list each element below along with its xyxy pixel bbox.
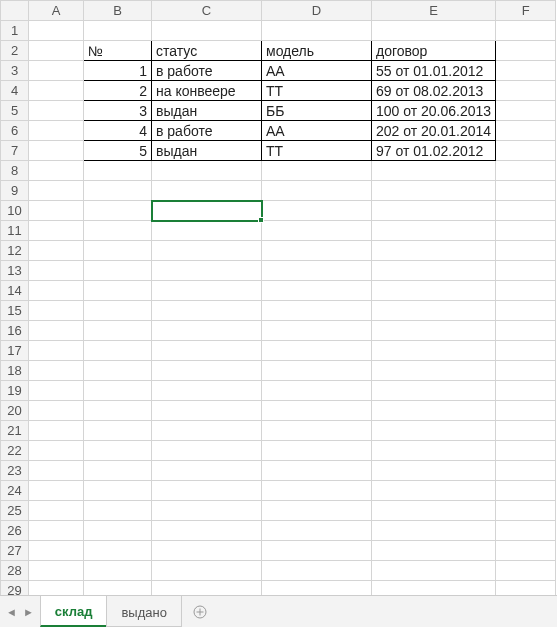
cell-B20[interactable]	[84, 401, 152, 421]
col-header-B[interactable]: B	[84, 1, 152, 21]
cell-C22[interactable]	[152, 441, 262, 461]
cell-C4[interactable]: на конвеере	[152, 81, 262, 101]
row-header-23[interactable]: 23	[1, 461, 29, 481]
cell-A9[interactable]	[29, 181, 84, 201]
cell-B23[interactable]	[84, 461, 152, 481]
cell-F6[interactable]	[496, 121, 556, 141]
cell-C15[interactable]	[152, 301, 262, 321]
cell-A8[interactable]	[29, 161, 84, 181]
cell-F1[interactable]	[496, 21, 556, 41]
cell-F12[interactable]	[496, 241, 556, 261]
row-header-13[interactable]: 13	[1, 261, 29, 281]
cell-F14[interactable]	[496, 281, 556, 301]
cell-D1[interactable]	[262, 21, 372, 41]
row-header-9[interactable]: 9	[1, 181, 29, 201]
sheet-tab-склад[interactable]: склад	[40, 596, 108, 627]
cell-F17[interactable]	[496, 341, 556, 361]
cell-B15[interactable]	[84, 301, 152, 321]
cell-A29[interactable]	[29, 581, 84, 596]
cell-C21[interactable]	[152, 421, 262, 441]
sheet-tab-выдано[interactable]: выдано	[106, 596, 181, 627]
cell-A4[interactable]	[29, 81, 84, 101]
cell-C14[interactable]	[152, 281, 262, 301]
cell-A14[interactable]	[29, 281, 84, 301]
cell-D21[interactable]	[262, 421, 372, 441]
row-header-11[interactable]: 11	[1, 221, 29, 241]
row-header-26[interactable]: 26	[1, 521, 29, 541]
cell-C16[interactable]	[152, 321, 262, 341]
cell-D2[interactable]: модель	[262, 41, 372, 61]
cell-E12[interactable]	[372, 241, 496, 261]
cell-B26[interactable]	[84, 521, 152, 541]
cell-A10[interactable]	[29, 201, 84, 221]
row-header-17[interactable]: 17	[1, 341, 29, 361]
col-header-E[interactable]: E	[372, 1, 496, 21]
cell-C26[interactable]	[152, 521, 262, 541]
cell-B24[interactable]	[84, 481, 152, 501]
cell-A17[interactable]	[29, 341, 84, 361]
cell-A16[interactable]	[29, 321, 84, 341]
cell-E6[interactable]: 202 от 20.01.2014	[372, 121, 496, 141]
cell-E4[interactable]: 69 от 08.02.2013	[372, 81, 496, 101]
cell-F28[interactable]	[496, 561, 556, 581]
cell-C12[interactable]	[152, 241, 262, 261]
cell-A20[interactable]	[29, 401, 84, 421]
cell-D7[interactable]: ТТ	[262, 141, 372, 161]
row-header-22[interactable]: 22	[1, 441, 29, 461]
row-header-29[interactable]: 29	[1, 581, 29, 596]
cell-E24[interactable]	[372, 481, 496, 501]
cell-A3[interactable]	[29, 61, 84, 81]
cell-F3[interactable]	[496, 61, 556, 81]
cell-D9[interactable]	[262, 181, 372, 201]
cell-D15[interactable]	[262, 301, 372, 321]
cell-E25[interactable]	[372, 501, 496, 521]
cell-F7[interactable]	[496, 141, 556, 161]
col-header-F[interactable]: F	[496, 1, 556, 21]
cell-C11[interactable]	[152, 221, 262, 241]
cell-B10[interactable]	[84, 201, 152, 221]
cell-B7[interactable]: 5	[84, 141, 152, 161]
tab-nav-prev-icon[interactable]: ◄	[6, 606, 17, 618]
cell-D17[interactable]	[262, 341, 372, 361]
cell-D5[interactable]: ББ	[262, 101, 372, 121]
row-header-12[interactable]: 12	[1, 241, 29, 261]
cell-D26[interactable]	[262, 521, 372, 541]
cell-F23[interactable]	[496, 461, 556, 481]
cell-A23[interactable]	[29, 461, 84, 481]
cell-E1[interactable]	[372, 21, 496, 41]
cell-D27[interactable]	[262, 541, 372, 561]
cell-B1[interactable]	[84, 21, 152, 41]
cell-E21[interactable]	[372, 421, 496, 441]
cell-A25[interactable]	[29, 501, 84, 521]
cell-B17[interactable]	[84, 341, 152, 361]
cell-F25[interactable]	[496, 501, 556, 521]
cell-A11[interactable]	[29, 221, 84, 241]
cell-C3[interactable]: в работе	[152, 61, 262, 81]
cell-A5[interactable]	[29, 101, 84, 121]
cell-C29[interactable]	[152, 581, 262, 596]
cell-B12[interactable]	[84, 241, 152, 261]
cell-B27[interactable]	[84, 541, 152, 561]
cell-F16[interactable]	[496, 321, 556, 341]
cell-A1[interactable]	[29, 21, 84, 41]
cell-D12[interactable]	[262, 241, 372, 261]
cell-F2[interactable]	[496, 41, 556, 61]
cell-B19[interactable]	[84, 381, 152, 401]
cell-D10[interactable]	[262, 201, 372, 221]
cell-B22[interactable]	[84, 441, 152, 461]
add-sheet-button[interactable]	[181, 596, 219, 627]
cell-B11[interactable]	[84, 221, 152, 241]
cell-B14[interactable]	[84, 281, 152, 301]
cell-E19[interactable]	[372, 381, 496, 401]
cell-D25[interactable]	[262, 501, 372, 521]
cell-E28[interactable]	[372, 561, 496, 581]
cell-A18[interactable]	[29, 361, 84, 381]
cell-D20[interactable]	[262, 401, 372, 421]
cell-D29[interactable]	[262, 581, 372, 596]
cell-E23[interactable]	[372, 461, 496, 481]
cell-D16[interactable]	[262, 321, 372, 341]
cell-F8[interactable]	[496, 161, 556, 181]
row-header-18[interactable]: 18	[1, 361, 29, 381]
cell-C6[interactable]: в работе	[152, 121, 262, 141]
col-header-A[interactable]: A	[29, 1, 84, 21]
